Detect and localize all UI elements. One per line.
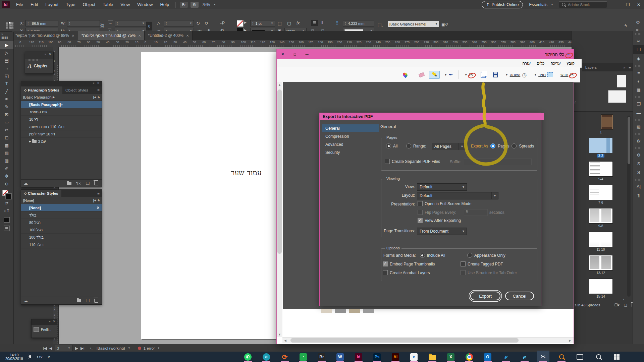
publish-online-button[interactable]: ↥ Publish Online (482, 1, 523, 8)
effects-panel-icon[interactable]: fx (633, 136, 644, 145)
stroke-flyout-icon[interactable]: ▶ (244, 21, 247, 24)
paragraph-composer-icon[interactable]: ≣ (311, 20, 318, 26)
menu-file[interactable]: File (12, 2, 27, 7)
reference-point-proxy[interactable] (6, 22, 13, 29)
flip-pages-checkbox[interactable]: Flip Pages Every: (418, 210, 456, 215)
quick-apply-icon[interactable]: ϟ (98, 95, 100, 99)
checkbox-icon[interactable] (418, 218, 423, 223)
stock-button[interactable]: St (191, 2, 199, 8)
minimize-button[interactable]: ─ (612, 0, 623, 9)
corner-options-icon[interactable]: ⬚ (278, 21, 282, 26)
bridge-icon[interactable]: Br (317, 353, 326, 361)
pen-button[interactable]: ✒ ▼ (442, 70, 456, 79)
checkbox-icon[interactable] (383, 261, 388, 266)
tray-expand-icon[interactable]: ˄ (48, 354, 50, 359)
error-status-dropdown[interactable]: 1 error ▼ (138, 346, 160, 350)
tab-layers[interactable]: Layers (582, 63, 600, 71)
clear-icon[interactable]: ⨯ (97, 205, 100, 210)
page-thumbnail[interactable] (589, 279, 613, 294)
page-tool[interactable]: ▤ (0, 57, 13, 64)
style-item[interactable]: [None]⨯ (21, 204, 102, 212)
layout-dropdown[interactable]: Default▼ (417, 192, 498, 199)
view-mode-button[interactable] (0, 226, 13, 231)
touch-writing-button[interactable] (400, 71, 410, 79)
style-item[interactable]: בולד 110 כותרת משנה (21, 123, 102, 130)
prev-page-icon[interactable]: ◀ (49, 346, 52, 351)
hand-tool[interactable]: ✥ (0, 172, 13, 180)
cc-libraries-panel-icon[interactable]: ⚙ (633, 150, 644, 159)
style-item[interactable]: [Basic Paragraph]+ (21, 101, 102, 108)
range-dropdown[interactable]: All Pages▼ (432, 143, 466, 150)
direct-selection-tool[interactable]: ▷ (0, 49, 13, 57)
style-item[interactable]: רגיל 80 (21, 219, 102, 226)
internet-app-icon[interactable]: e (262, 353, 271, 361)
photoshop-icon[interactable]: Ps (373, 353, 381, 361)
dialog-section-security[interactable]: Security (322, 148, 379, 156)
paragraph-panel-icon[interactable]: ¶ (633, 191, 644, 199)
gradient-feather-tool[interactable]: ▨ (0, 149, 13, 157)
close-icon[interactable]: ✕ (97, 81, 100, 86)
align-panel-icon[interactable]: ▬ (633, 108, 644, 117)
layers-panel-icon[interactable]: ◈ (633, 54, 644, 63)
checkbox-icon[interactable] (385, 159, 390, 164)
rotate-cw-icon[interactable]: ↻ (196, 21, 200, 26)
swatches-panel-icon[interactable]: ▦ (633, 85, 644, 94)
panel-expand-icon[interactable]: » (44, 53, 46, 58)
select-container-icon[interactable]: ⌐P (220, 21, 225, 25)
word-icon[interactable]: W (336, 353, 344, 361)
menu-layout[interactable]: Layout (42, 2, 62, 7)
style-override-icon[interactable]: ▣↺ (441, 22, 448, 27)
x-position-field[interactable]: ▲▼-86.5 mm (25, 20, 58, 26)
structure-tab-order-checkbox[interactable]: Use Structure for Tab Order (461, 270, 517, 275)
cc-sync-icon[interactable]: ☁ (24, 181, 28, 186)
task-view-icon[interactable] (576, 353, 584, 361)
add-style-icon[interactable]: [+ (93, 198, 96, 202)
free-transform-tool[interactable]: ◻ (0, 134, 13, 141)
style-group-icon[interactable] (67, 182, 71, 185)
color-panel-icon[interactable]: ◐ (633, 77, 644, 85)
radio-icon[interactable] (386, 143, 391, 148)
view-after-checkbox[interactable]: View After Exporting (418, 218, 461, 223)
new-page-icon[interactable]: ❏ (624, 303, 627, 307)
stroke-swatch[interactable] (237, 20, 244, 27)
menu-window[interactable]: Window (133, 2, 156, 7)
gradient-panel-icon[interactable]: ▧ (633, 122, 644, 131)
pencil-tool[interactable]: ✎ (0, 103, 13, 111)
links-panel-icon[interactable]: ∞ (633, 37, 644, 45)
tools-collapse-icon[interactable]: »▮▮▮▮ (0, 32, 13, 41)
sync-app-icon[interactable]: ⟳ (280, 353, 289, 361)
close-icon[interactable]: ✕ (49, 53, 51, 58)
mode-button[interactable]: מצב ▼ (531, 71, 556, 79)
drop-shadow-icon[interactable]: ▢ (287, 21, 291, 26)
pages-radio[interactable] (490, 143, 495, 148)
minimize-icon[interactable]: ─ (301, 52, 313, 57)
spread-7-6[interactable]: 7-6 (572, 185, 630, 205)
object-style-dropdown[interactable]: [Basic Graphics Frame]▼ (388, 21, 439, 27)
width-field[interactable]: ▲▼ (67, 20, 100, 26)
snippets-panel-icon[interactable]: S (633, 168, 644, 177)
send-snip-button[interactable]: ✉ ▼ (462, 70, 476, 79)
include-all-radio[interactable] (420, 253, 425, 258)
eyedropper-tool[interactable]: ✐ (0, 165, 13, 172)
type-tool[interactable]: T (0, 80, 13, 87)
fullscreen-checkbox[interactable]: Open in Full Screen Mode (418, 201, 471, 206)
orange-search-icon[interactable] (557, 353, 566, 361)
new-style-icon[interactable]: ❏ (86, 298, 90, 303)
stroke-panel-icon[interactable]: ≡ (633, 68, 644, 77)
panel-menu-icon[interactable]: ≡ (95, 86, 102, 94)
style-group-icon[interactable] (77, 299, 81, 302)
checkbox-icon[interactable] (461, 261, 466, 266)
adobe-stock-search[interactable]: Adobe Stock (559, 1, 607, 8)
gear-icon[interactable]: ⚙ (636, 20, 640, 25)
pages-scrollbar[interactable] (627, 116, 631, 297)
spread-15-14[interactable]: 15-14 (572, 279, 630, 299)
page-thumbnail[interactable] (589, 185, 613, 200)
radio-icon[interactable] (467, 253, 472, 258)
rectangle-frame-tool[interactable]: ⊠ (0, 111, 13, 118)
close-icon[interactable]: ✕ (277, 52, 289, 57)
tab-object-styles[interactable]: Object Styles (62, 86, 91, 94)
style-item[interactable]: בולד (21, 212, 102, 219)
indent-icon[interactable]: ⦀ (321, 20, 323, 25)
highlighter-button[interactable] (429, 71, 440, 79)
taskbar-clock[interactable]: 14:10 20/02/2019 (5, 353, 23, 361)
